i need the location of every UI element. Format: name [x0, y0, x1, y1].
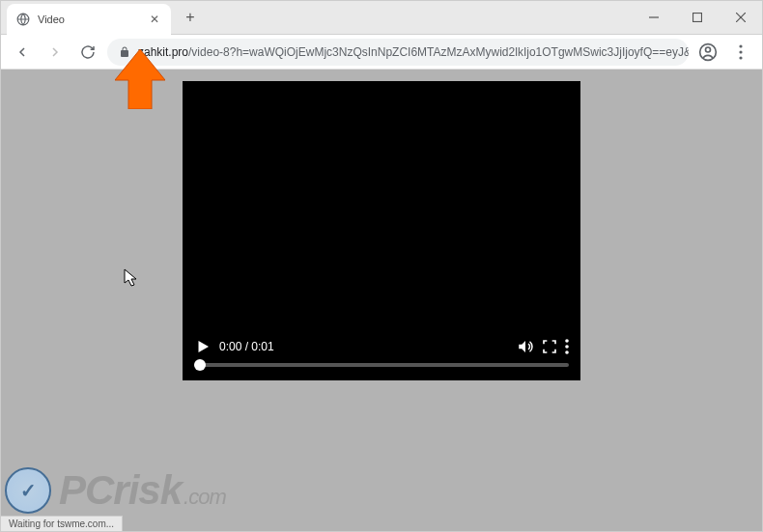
- new-tab-button[interactable]: +: [181, 9, 200, 26]
- profile-icon[interactable]: [694, 39, 721, 66]
- video-time-display: 0:00 / 0:01: [219, 340, 274, 353]
- reload-button[interactable]: [74, 39, 101, 66]
- svg-point-8: [739, 44, 742, 47]
- video-more-icon[interactable]: [565, 339, 569, 354]
- video-controls-bar: 0:00 / 0:01: [183, 332, 580, 380]
- status-text: Waiting for tswme.com...: [9, 518, 114, 529]
- tab-title: Video: [38, 14, 148, 25]
- globe-icon: [16, 13, 30, 26]
- address-bar[interactable]: zahkit.pro /video-8?h=waWQiOjEwMjc3NzQsI…: [107, 39, 689, 66]
- forward-button[interactable]: [42, 39, 69, 66]
- mouse-cursor-icon: [124, 268, 139, 292]
- page-content: 0:00 / 0:01 Waiting for tswme.com...: [1, 70, 762, 531]
- close-tab-icon[interactable]: ✕: [148, 11, 161, 28]
- minimize-button[interactable]: [632, 1, 675, 34]
- kebab-menu-icon[interactable]: [727, 44, 754, 60]
- back-button[interactable]: [9, 39, 36, 66]
- window-controls: [632, 1, 762, 34]
- svg-point-13: [565, 345, 569, 349]
- volume-icon[interactable]: [517, 338, 534, 355]
- video-progress-bar[interactable]: [194, 363, 569, 367]
- close-window-button[interactable]: [719, 1, 762, 34]
- progress-thumb[interactable]: [194, 359, 206, 371]
- svg-marker-11: [199, 341, 210, 352]
- status-bar: Waiting for tswme.com...: [1, 516, 123, 531]
- url-domain: zahkit.pro: [138, 45, 188, 59]
- maximize-button[interactable]: [675, 1, 719, 34]
- browser-toolbar: zahkit.pro /video-8?h=waWQiOjEwMjc3NzQsI…: [1, 35, 762, 70]
- lock-icon: [119, 46, 130, 58]
- svg-point-12: [565, 339, 569, 343]
- svg-point-7: [706, 47, 711, 52]
- window-titlebar: Video ✕ +: [1, 1, 762, 35]
- fullscreen-icon[interactable]: [542, 339, 557, 354]
- svg-point-10: [739, 56, 742, 59]
- browser-tab[interactable]: Video ✕: [7, 4, 171, 35]
- svg-point-9: [739, 50, 742, 53]
- play-button[interactable]: [194, 338, 212, 355]
- svg-rect-2: [692, 14, 701, 22]
- video-player[interactable]: 0:00 / 0:01: [183, 81, 580, 380]
- svg-point-14: [565, 350, 569, 354]
- url-path: /video-8?h=waWQiOjEwMjc3NzQsInNpZCI6MTAz…: [188, 45, 689, 59]
